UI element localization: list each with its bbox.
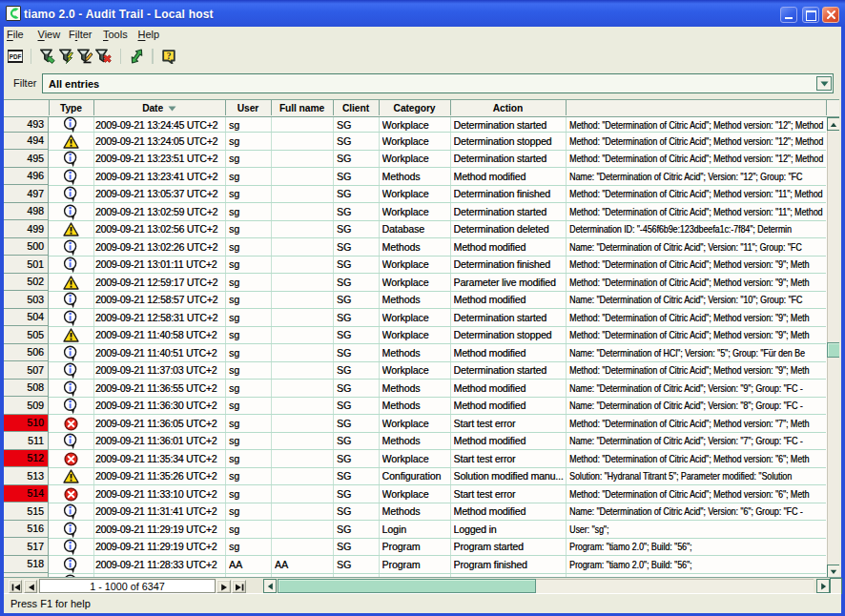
svg-text:PDF: PDF <box>10 53 22 60</box>
svg-text:?: ? <box>167 51 172 61</box>
